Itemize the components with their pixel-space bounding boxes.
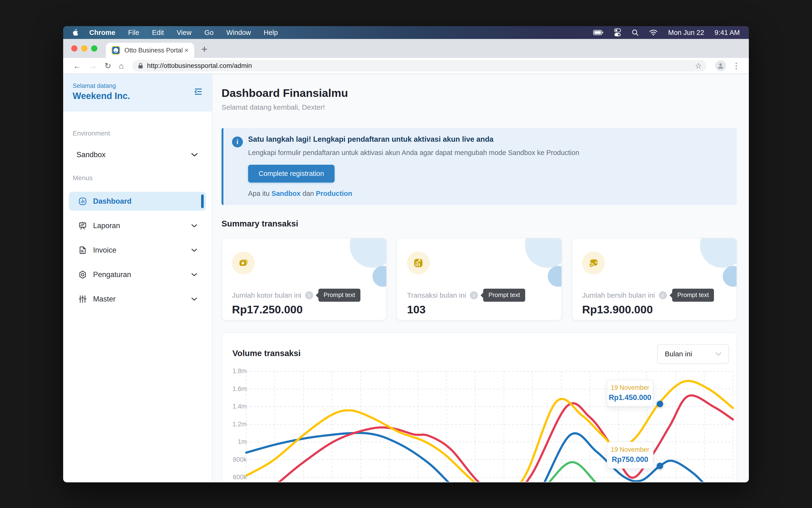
info-icon[interactable]: i — [470, 291, 478, 299]
decor-circle — [723, 266, 737, 287]
banner-link-middle: dan — [302, 190, 314, 197]
wallet-check-icon — [582, 252, 605, 274]
menubar-item-file[interactable]: File — [128, 29, 139, 37]
menubar-item-window[interactable]: Window — [226, 29, 251, 37]
info-icon: i — [232, 136, 243, 147]
sidebar-item-master[interactable]: Master — [69, 290, 206, 309]
prompt-tooltip: Prompt text — [672, 289, 714, 302]
chart-marker-dot[interactable] — [657, 463, 663, 469]
sidebar-item-dashboard[interactable]: Dashboard — [69, 192, 206, 211]
sidebar-nav: Dashboard Laporan Invoice — [63, 192, 212, 309]
browser-menu-icon[interactable]: ⋮ — [732, 61, 740, 71]
tab-strip: Otto Business Portal × + — [63, 39, 749, 58]
summary-cards: Jumlah kotor bulan ini i Prompt text Rp1… — [221, 238, 737, 321]
profile-avatar[interactable] — [715, 60, 726, 71]
window-zoom-button[interactable] — [91, 45, 97, 51]
registration-banner: i Satu langkah lagi! Lengkapi pendaftara… — [221, 128, 737, 205]
dashboard-icon — [78, 197, 87, 206]
menubar-item-edit[interactable]: Edit — [152, 29, 164, 37]
chevron-down-icon — [191, 272, 198, 277]
sandbox-link[interactable]: Sandbox — [271, 190, 300, 197]
control-center-icon[interactable] — [614, 28, 621, 37]
menubar-clock[interactable]: 9:41 AM — [715, 29, 740, 37]
sidebar-item-label: Invoice — [93, 246, 116, 254]
sidebar-item-invoice[interactable]: Invoice — [69, 241, 206, 260]
line-chart[interactable]: 19 NovemberRp1.450.00019 NovemberRp750.0… — [246, 371, 733, 482]
window-close-button[interactable] — [71, 45, 77, 51]
sidebar-item-label: Dashboard — [93, 197, 132, 206]
sidebar: Selamat datang Weekend Inc. Environment … — [63, 74, 212, 482]
card-transactions: Transaksi bulan ini i Prompt text 103 — [396, 238, 562, 321]
card-value: Rp17.250.000 — [232, 303, 303, 316]
active-indicator — [201, 195, 204, 208]
decor-circle — [373, 266, 387, 287]
menubar-item-help[interactable]: Help — [263, 29, 278, 37]
sidebar-item-label: Master — [93, 295, 116, 303]
battery-icon[interactable] — [593, 29, 603, 36]
environment-select[interactable]: Sandbox — [63, 151, 212, 159]
reload-icon[interactable]: ↻ — [104, 61, 111, 71]
chart-tooltip: 19 NovemberRp750.000 — [607, 442, 653, 469]
menubar-item-chrome[interactable]: Chrome — [89, 29, 115, 37]
menubar-item-go[interactable]: Go — [204, 29, 214, 37]
company-name: Weekend Inc. — [73, 91, 202, 101]
forward-icon[interactable]: → — [89, 61, 97, 71]
report-icon — [78, 221, 87, 230]
tab-otto-business-portal[interactable]: Otto Business Portal × — [106, 43, 194, 58]
period-select-value: Bulan ini — [665, 350, 692, 358]
chart-tooltip-amount: Rp750.000 — [609, 455, 651, 464]
period-select[interactable]: Bulan ini — [657, 344, 729, 364]
banner-body: Lengkapi formulir pendaftaran untuk akti… — [248, 149, 726, 157]
card-label: Transaksi bulan ini — [407, 291, 466, 299]
y-axis-tick: 800k — [225, 456, 247, 463]
series-line-blue — [246, 433, 733, 482]
spotlight-search-icon[interactable] — [632, 29, 639, 36]
sliders-icon — [78, 295, 87, 303]
environment-value: Sandbox — [77, 151, 105, 159]
url-text[interactable]: http://ottobusinessportal.com/admin — [147, 62, 252, 70]
card-gross-amount: Jumlah kotor bulan ini i Prompt text Rp1… — [221, 238, 387, 321]
menubar-date[interactable]: Mon Jun 22 — [668, 29, 704, 37]
sidebar-welcome-label: Selamat datang — [73, 82, 202, 89]
banner-title: Satu langkah lagi! Lengkapi pendaftaran … — [248, 135, 726, 143]
address-bar: ← → ↻ ⌂ http://ottobusinessportal.com/ad… — [63, 58, 749, 74]
window-minimize-button[interactable] — [81, 45, 87, 51]
complete-registration-button[interactable]: Complete registration — [248, 165, 335, 182]
main-content: Dashboard Finansialmu Selamat datang kem… — [212, 74, 749, 482]
sidebar-collapse-icon[interactable] — [193, 87, 203, 97]
banner-links: Apa itu Sandbox dan Production — [248, 190, 726, 198]
card-label: Jumlah kotor bulan ini — [232, 291, 301, 299]
chevron-down-icon — [191, 224, 198, 228]
url-field[interactable]: http://ottobusinessportal.com/admin ☆ — [132, 60, 707, 72]
decor-circle — [700, 238, 737, 268]
production-link[interactable]: Production — [316, 190, 352, 197]
sidebar-item-label: Laporan — [93, 221, 120, 230]
info-icon[interactable]: i — [305, 291, 313, 299]
tab-close-icon[interactable]: × — [184, 46, 188, 54]
apple-logo-icon[interactable] — [72, 29, 78, 36]
wifi-icon[interactable] — [649, 29, 658, 36]
home-icon[interactable]: ⌂ — [119, 61, 124, 71]
lock-icon[interactable] — [137, 62, 144, 69]
menus-label: Menus — [73, 174, 212, 182]
chevron-down-icon — [191, 297, 198, 301]
bookmark-star-icon[interactable]: ☆ — [695, 61, 702, 70]
info-icon[interactable]: i — [659, 291, 667, 299]
chart-tooltip-date: 19 November — [609, 446, 651, 453]
growth-chart-icon — [407, 252, 430, 274]
decor-circle — [548, 266, 562, 287]
summary-heading: Summary transaksi — [221, 219, 737, 228]
sidebar-item-pengaturan[interactable]: Pengaturan — [69, 265, 206, 284]
prompt-tooltip: Prompt text — [483, 289, 525, 302]
sidebar-item-laporan[interactable]: Laporan — [69, 216, 206, 235]
y-axis-tick: 1m — [225, 438, 247, 446]
back-icon[interactable]: ← — [73, 61, 81, 71]
sidebar-item-label: Pengaturan — [93, 270, 131, 279]
chart-tooltip-amount: Rp1.450.000 — [609, 393, 651, 402]
environment-label: Environment — [73, 130, 212, 137]
chart-tooltip-date: 19 November — [609, 384, 651, 391]
new-tab-button[interactable]: + — [201, 43, 208, 55]
page-subtitle: Selamat datang kembali, Dexter! — [221, 103, 737, 111]
settings-icon — [78, 270, 87, 279]
menubar-item-view[interactable]: View — [177, 29, 191, 37]
